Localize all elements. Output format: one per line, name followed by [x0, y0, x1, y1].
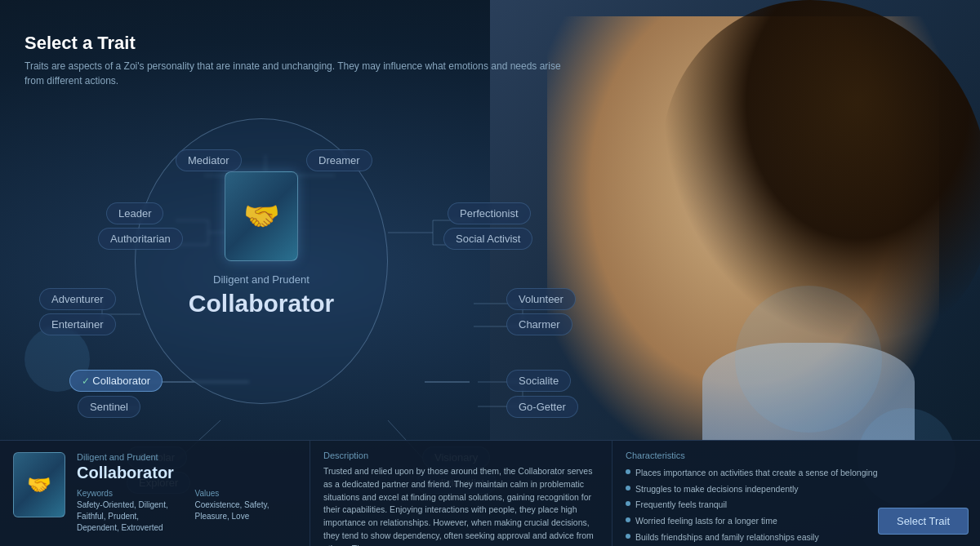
trait-entertainer[interactable]: Entertainer [39, 313, 116, 335]
decoration-dot-1 [735, 286, 882, 433]
bp-kv-row: Keywords Safety-Oriented, Diligent, Fait… [77, 489, 296, 534]
center-trait-category: Diligent and Prudent [180, 273, 343, 286]
bottom-panel: 🤝 Diligent and Prudent Collaborator Keyw… [0, 440, 980, 546]
center-card: 🤝 [225, 171, 298, 261]
trait-dreamer[interactable]: Dreamer [306, 149, 372, 171]
header: Select a Trait Traits are aspects of a Z… [24, 33, 580, 88]
bp-char-text-1: Places importance on activities that cre… [635, 467, 878, 479]
trait-authoritarian[interactable]: Authoritarian [98, 228, 183, 250]
bp-char-2: Struggles to make decisions independentl… [626, 483, 967, 495]
trait-volunteer[interactable]: Volunteer [506, 288, 576, 310]
bp-keywords-col: Keywords Safety-Oriented, Diligent, Fait… [77, 489, 179, 534]
bp-category: Diligent and Prudent [77, 452, 296, 462]
trait-mediator[interactable]: Mediator [176, 149, 242, 171]
bp-card-icon: 🤝 [27, 473, 51, 496]
bp-char-dot-3 [626, 501, 630, 506]
bp-values-label: Values [195, 489, 297, 498]
bp-char-text-2: Struggles to make decisions independentl… [635, 483, 799, 495]
bp-desc-label: Description [323, 451, 599, 460]
bp-left: 🤝 Diligent and Prudent Collaborator Keyw… [0, 441, 310, 546]
collaborator-icon: 🤝 [243, 199, 280, 233]
page-subtitle: Traits are aspects of a Zoi's personalit… [24, 59, 580, 88]
bp-info: Diligent and Prudent Collaborator Keywor… [77, 452, 296, 535]
bp-char-dot-1 [626, 469, 630, 474]
bp-card-thumbnail: 🤝 [13, 452, 65, 517]
bp-char-dot-2 [626, 486, 630, 491]
trait-map: 🤝 Diligent and Prudent Collaborator Medi… [16, 69, 637, 461]
select-trait-button[interactable]: Select Trait [878, 508, 969, 535]
page-title: Select a Trait [24, 33, 580, 54]
bp-middle: Description Trusted and relied upon by t… [310, 441, 612, 546]
bp-char-text-5: Builds friendships and family relationsh… [635, 531, 819, 544]
trait-charmer[interactable]: Charmer [506, 313, 572, 335]
trait-perfectionist[interactable]: Perfectionist [448, 202, 531, 224]
bp-desc-text: Trusted and relied upon by those around … [323, 465, 599, 546]
trait-leader[interactable]: Leader [106, 202, 163, 224]
bp-char-text-3: Frequently feels tranquil [635, 499, 727, 511]
bp-char-text-4: Worried feeling lasts for a longer time [635, 515, 777, 527]
trait-social-activist[interactable]: Social Activist [443, 228, 532, 250]
bp-keywords-val: Safety-Oriented, Diligent, Faithful, Pru… [77, 499, 179, 534]
bp-values-val: Coexistence, Safety, Pleasure, Love [195, 499, 297, 522]
bp-right: Characteristics Places importance on act… [612, 441, 980, 546]
bp-chars-label: Characteristics [626, 451, 967, 460]
trait-collaborator-selected[interactable]: Collaborator [69, 370, 163, 392]
bp-keywords-label: Keywords [77, 489, 179, 498]
bp-char-dot-4 [626, 517, 630, 522]
trait-sentinel[interactable]: Sentinel [78, 396, 140, 418]
trait-go-getter[interactable]: Go-Getter [506, 396, 578, 418]
bp-values-col: Values Coexistence, Safety, Pleasure, Lo… [195, 489, 297, 534]
bp-char-dot-5 [626, 534, 630, 539]
trait-adventurer[interactable]: Adventurer [39, 288, 116, 310]
center-trait-name: Collaborator [167, 290, 355, 317]
trait-socialite[interactable]: Socialite [506, 370, 571, 392]
bp-trait-title: Collaborator [77, 464, 296, 482]
bp-char-1: Places importance on activities that cre… [626, 467, 967, 479]
